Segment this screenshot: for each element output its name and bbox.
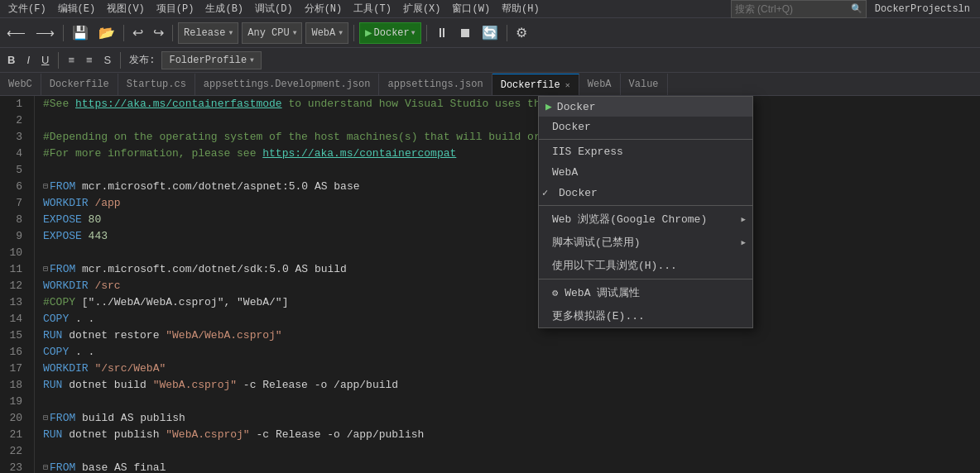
code-line-14: COPY . . [43, 311, 980, 327]
sep7 [58, 52, 59, 69]
menu-item-file[interactable]: 文件(F) [3, 0, 51, 17]
restart-btn[interactable]: 🔄 [478, 23, 502, 42]
code-line-6: ⊟FROM mcr.microsoft.com/dotnet/aspnet:5.… [43, 179, 980, 195]
platform-dropdown-arrow: ▼ [293, 29, 297, 36]
code-line-8: EXPOSE 80 [43, 212, 980, 228]
tab-weba[interactable]: WebA [579, 74, 621, 95]
menu-item-script-debug[interactable]: 脚本调试(已禁用) [539, 231, 752, 254]
forward-btn[interactable]: ⟶ [32, 23, 58, 42]
tab-appsettings-dev[interactable]: appsettings.Development.json [195, 74, 380, 95]
code-line-11: ⊟FROM mcr.microsoft.com/dotnet/sdk:5.0 A… [43, 261, 980, 278]
menu-item-analyze[interactable]: 分析(N) [300, 0, 348, 17]
search-bar[interactable]: 🔍 [731, 0, 867, 18]
code-line-15: RUN dotnet restore "WebA/WebA.csproj" [43, 327, 980, 344]
publish-dropdown[interactable]: FolderProfile ▼ [161, 51, 261, 69]
menu-item-help[interactable]: 帮助(H) [497, 0, 545, 17]
line-numbers: 1234567891011121314151617181920212223242… [0, 96, 35, 473]
code-line-10 [43, 245, 980, 261]
title-label: DockerProjectsln [868, 3, 977, 15]
tab-close-dockerfile[interactable]: ✕ [565, 80, 570, 90]
code-line-4: #For more information, please see https:… [43, 146, 980, 162]
redo-btn[interactable]: ↪ [150, 23, 167, 42]
code-line-7: WORKDIR /app [43, 195, 980, 212]
menu-item-more-emulators[interactable]: 更多模拟器(E)... [539, 304, 752, 327]
menu-item-edit[interactable]: 编辑(E) [53, 0, 101, 17]
menu-item-weba[interactable]: WebA [539, 162, 752, 183]
run-arrow-icon: ▶ [545, 100, 552, 113]
tab-dockerfile-1[interactable]: Dockerfile [41, 74, 118, 95]
align-center-btn[interactable]: ≡ [82, 51, 97, 69]
save-btn[interactable]: 💾 [69, 23, 92, 42]
stop-btn[interactable]: ⏹ [455, 24, 475, 42]
settings-btn[interactable]: ⚙ [512, 23, 531, 42]
code-line-22 [43, 443, 980, 460]
code-line-12: WORKDIR /src [43, 278, 980, 294]
code-line-23: ⊟FROM base AS final [43, 460, 980, 473]
menu-item-browse[interactable]: 使用以下工具浏览(H)... [539, 254, 752, 277]
search-icon: 🔍 [851, 3, 862, 14]
sep3 [172, 25, 173, 41]
tab-appsettings[interactable]: appsettings.json [379, 74, 492, 95]
code-line-1: #See https://aka.ms/containerfastmode to… [43, 96, 980, 112]
bold-btn[interactable]: B [3, 51, 19, 69]
code-line-21: RUN dotnet publish "WebA.csproj" -c Rele… [43, 427, 980, 443]
project-dropdown-arrow: ▼ [339, 29, 343, 36]
menu-sep-3 [539, 279, 752, 280]
menu-item-chrome[interactable]: Web 浏览器(Google Chrome) [539, 208, 752, 231]
main-content: 1234567891011121314151617181920212223242… [0, 96, 980, 473]
code-editor[interactable]: #See https://aka.ms/containerfastmode to… [35, 96, 980, 473]
align-left-btn[interactable]: ≡ [64, 51, 79, 69]
menu-item-tools[interactable]: 工具(T) [348, 0, 396, 17]
sep8 [120, 52, 121, 69]
menu-sep-2 [539, 205, 752, 206]
menu-sep-1 [539, 139, 752, 140]
code-line-2 [43, 112, 980, 129]
run-play-icon: ▶ [365, 26, 372, 40]
open-btn[interactable]: 📂 [95, 23, 118, 42]
menu-item-docker-checked[interactable]: Docker [539, 183, 752, 203]
strikethrough-btn[interactable]: S [100, 51, 116, 69]
run-dropdown-menu[interactable]: ▶ Docker Docker IIS Express WebA Docker … [538, 96, 753, 328]
menu-item-view[interactable]: 视图(V) [102, 0, 150, 17]
code-line-18: RUN dotnet build "WebA.csproj" -c Releas… [43, 377, 980, 394]
secondary-toolbar: B I U ≡ ≡ S 发布: FolderProfile ▼ [0, 48, 980, 73]
run-dropdown-arrow: ▼ [411, 29, 416, 36]
menu-item-window[interactable]: 窗口(W) [447, 0, 495, 17]
sep6 [507, 25, 507, 41]
project-dropdown[interactable]: WebA ▼ [305, 22, 348, 44]
sep5 [426, 25, 427, 41]
tab-dockerfile-active[interactable]: Dockerfile ✕ [492, 74, 579, 95]
config-dropdown[interactable]: Release ▼ [178, 22, 238, 44]
publish-label: 发布: [126, 53, 158, 67]
code-line-20: ⊟FROM build AS publish [43, 410, 980, 427]
search-input[interactable] [735, 3, 851, 15]
tab-value[interactable]: Value [621, 74, 668, 95]
italic-btn[interactable]: I [22, 51, 34, 69]
code-line-3: #Depending on the operating system of th… [43, 129, 980, 146]
tab-startup[interactable]: Startup.cs [118, 74, 195, 95]
run-dropdown[interactable]: ▶ Docker ▼ [359, 22, 420, 44]
back-btn[interactable]: ⟵ [3, 23, 29, 42]
code-line-5 [43, 162, 980, 179]
tab-webc[interactable]: WebC [0, 74, 41, 95]
menu-item-project[interactable]: 项目(P) [151, 0, 199, 17]
code-line-16: COPY . . [43, 344, 980, 361]
pause-btn[interactable]: ⏸ [432, 24, 452, 42]
code-line-13: #COPY ["../WebA/WebA.csproj", "WebA/"] [43, 294, 980, 311]
menu-item-extensions[interactable]: 扩展(X) [398, 0, 446, 17]
menu-item-build[interactable]: 生成(B) [200, 0, 248, 17]
undo-btn[interactable]: ↩ [129, 23, 147, 42]
underline-btn[interactable]: U [37, 51, 53, 69]
menu-item-debug[interactable]: 调试(D) [250, 0, 298, 17]
dropdown-menu-header: ▶ Docker [539, 97, 752, 117]
gear-icon: ⚙ [552, 287, 558, 299]
code-line-9: EXPOSE 443 [43, 228, 980, 245]
code-line-19 [43, 394, 980, 410]
platform-dropdown[interactable]: Any CPU ▼ [242, 22, 302, 44]
menu-item-docker-main[interactable]: Docker [539, 117, 752, 137]
menu-bar: 文件(F) 编辑(E) 视图(V) 项目(P) 生成(B) 调试(D) 分析(N… [0, 0, 980, 18]
menu-item-iis[interactable]: IIS Express [539, 141, 752, 162]
sep4 [353, 25, 354, 41]
sep1 [63, 25, 64, 41]
menu-item-debug-props[interactable]: ⚙ WebA 调试属性 [539, 281, 752, 304]
